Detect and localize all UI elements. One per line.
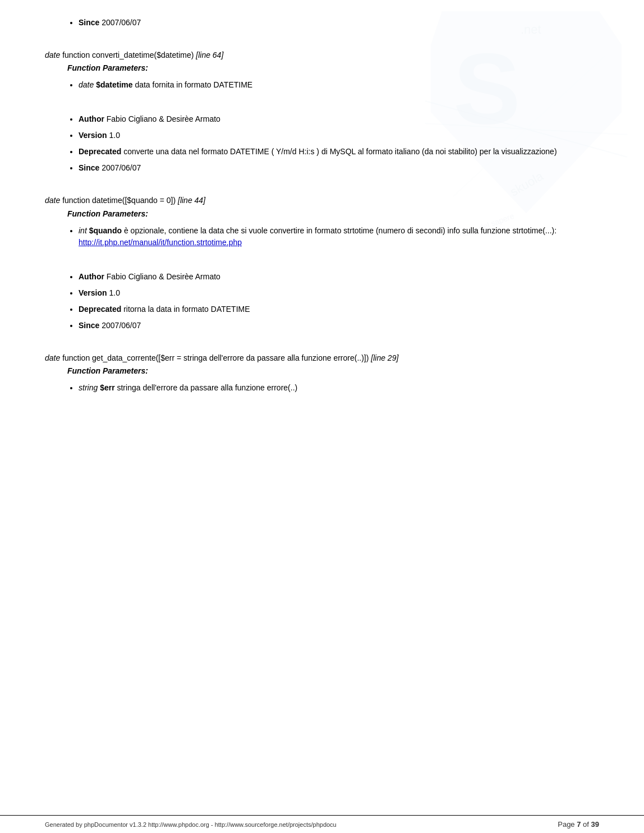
params-list-3: string $err stringa dell'errore da passa…: [45, 382, 599, 394]
converti-datetime-section: date function converti_datetime($datetim…: [45, 49, 599, 174]
list-item-author: Author Fabio Cigliano & Desirèe Armato: [79, 113, 599, 125]
meta-list: Author Fabio Cigliano & Desirèe Armato V…: [45, 113, 599, 174]
since-label: Since: [79, 18, 99, 27]
page-of: of: [581, 820, 591, 829]
version-label: Version: [79, 288, 107, 297]
fn-text: function converti_datetime($datetime): [60, 50, 196, 59]
list-item: date $datetime data fornita in formato D…: [79, 79, 599, 91]
list-item-version: Version 1.0: [79, 287, 599, 299]
fn-line: [line 64]: [196, 50, 223, 59]
list-item: string $err stringa dell'errore da passa…: [79, 382, 599, 394]
version-value: 1.0: [107, 288, 120, 297]
strtotime-link[interactable]: http://it.php.net/manual/it/function.str…: [79, 238, 242, 247]
list-item-deprecated: Deprecated ritorna la data in formato DA…: [79, 303, 599, 315]
since-value: 2007/06/07: [99, 163, 141, 172]
param-type: string: [79, 383, 98, 392]
since-top-section: Since 2007/06/07: [45, 17, 599, 29]
fn-line: [line 44]: [178, 196, 205, 205]
param-type: int: [79, 226, 87, 235]
get-data-corrente-section: date function get_data_corrente([$err = …: [45, 352, 599, 394]
list-item-author: Author Fabio Cigliano & Desirèe Armato: [79, 271, 599, 283]
since-label: Since: [79, 321, 99, 330]
function-signature-converti-datetime: date function converti_datetime($datetim…: [45, 49, 599, 61]
param-name: $quando: [89, 226, 122, 235]
list-item-since: Since 2007/06/07: [79, 162, 599, 174]
version-label: Version: [79, 131, 107, 140]
page-wrapper: S skuola .net codice del sapere Since 20…: [0, 0, 644, 833]
version-value: 1.0: [107, 131, 120, 140]
fn-line: [line 29]: [371, 353, 398, 362]
since-value: 2007/06/07: [99, 18, 141, 27]
list-item: int $quando è opzionale, contiene la dat…: [79, 225, 599, 248]
total-pages: 39: [591, 820, 599, 829]
param-name: $datetime: [96, 80, 132, 89]
function-signature-get-data-corrente: date function get_data_corrente([$err = …: [45, 352, 599, 364]
param-desc: stringa dell'errore da passare alla funz…: [115, 383, 298, 392]
function-params-header-2: Function Parameters:: [67, 209, 599, 218]
since-value: 2007/06/07: [99, 321, 141, 330]
author-value: Fabio Cigliano & Desirèe Armato: [104, 272, 220, 281]
params-list: date $datetime data fornita in formato D…: [45, 79, 599, 91]
function-params-header: Function Parameters:: [67, 63, 599, 72]
list-item: Since 2007/06/07: [79, 17, 599, 29]
fn-text: function get_data_corrente([$err = strin…: [60, 353, 371, 362]
fn-type: date: [45, 353, 60, 362]
fn-text: function datetime([$quando = 0]): [60, 196, 178, 205]
datetime-section: date function datetime([$quando = 0]) [l…: [45, 194, 599, 331]
deprecated-label: Deprecated: [79, 147, 121, 156]
params-list-2: int $quando è opzionale, contiene la dat…: [45, 225, 599, 248]
meta-list-2: Author Fabio Cigliano & Desirèe Armato V…: [45, 271, 599, 332]
param-name: $err: [100, 383, 114, 392]
list-item-version: Version 1.0: [79, 130, 599, 141]
fn-type: date: [45, 196, 60, 205]
footer-generated: Generated by phpDocumentor v1.3.2 http:/…: [45, 821, 337, 828]
function-params-header-3: Function Parameters:: [67, 366, 599, 375]
param-desc: è opzionale, contiene la data che si vuo…: [122, 226, 556, 235]
author-value: Fabio Cigliano & Desirèe Armato: [104, 114, 220, 123]
deprecated-label: Deprecated: [79, 305, 121, 314]
since-top-list: Since 2007/06/07: [45, 17, 599, 29]
author-label: Author: [79, 114, 104, 123]
deprecated-value: ritorna la data in formato DATETIME: [121, 305, 250, 314]
deprecated-value: converte una data nel formato DATETIME (…: [121, 147, 556, 156]
fn-type: date: [45, 50, 60, 59]
list-item-deprecated: Deprecated converte una data nel formato…: [79, 146, 599, 158]
function-signature-datetime: date function datetime([$quando = 0]) [l…: [45, 194, 599, 206]
content-area: Since 2007/06/07 date function converti_…: [0, 0, 644, 459]
list-item-since: Since 2007/06/07: [79, 320, 599, 332]
footer-page: Page 7 of 39: [558, 820, 599, 829]
since-label: Since: [79, 163, 99, 172]
param-type: date: [79, 80, 94, 89]
page-label-prefix: Page: [558, 820, 577, 829]
param-desc: data fornita in formato DATETIME: [133, 80, 253, 89]
author-label: Author: [79, 272, 104, 281]
footer: Generated by phpDocumentor v1.3.2 http:/…: [0, 815, 644, 833]
